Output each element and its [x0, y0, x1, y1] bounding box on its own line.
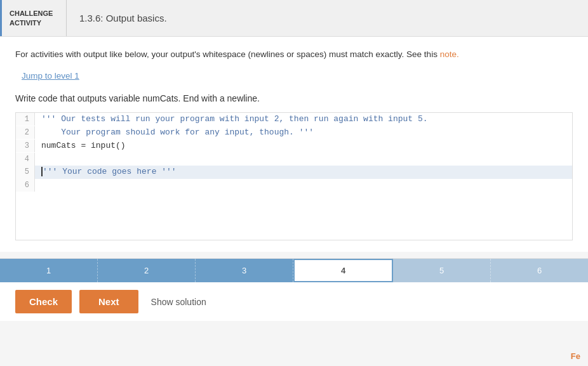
note-link[interactable]: note.: [440, 49, 459, 59]
line-content-6: [35, 179, 572, 192]
line-content-2: Your program should work for any input, …: [35, 126, 572, 140]
challenge-activity-label: CHALLENGE ACTIVITY: [10, 9, 53, 27]
main-content: For activities with output like below, y…: [0, 37, 588, 252]
code-line-4: 4: [16, 153, 572, 166]
line-number-6: 6: [16, 179, 35, 192]
line-number-1: 1: [16, 113, 35, 126]
code-line-5[interactable]: 5 ''' Your code goes here ''': [16, 166, 572, 179]
line-content-5: ''' Your code goes here ''': [35, 166, 572, 179]
header-bar: CHALLENGE ACTIVITY 1.3.6: Output basics.: [0, 0, 588, 37]
line-number-2: 2: [16, 126, 35, 139]
action-bar: Check Next Show solution: [0, 282, 588, 321]
level-4[interactable]: 4: [293, 259, 393, 282]
code-line-1: 1 ''' Our tests will run your program wi…: [16, 113, 572, 126]
footer-feedback: Fe: [571, 351, 580, 361]
info-text-before: For activities with output like below, y…: [15, 49, 440, 59]
info-text: For activities with output like below, y…: [15, 48, 573, 61]
level-1[interactable]: 1: [0, 259, 98, 282]
jump-to-level[interactable]: Jump to level 1: [22, 71, 573, 81]
page-title: 1.3.6: Output basics.: [67, 0, 180, 36]
editor-container[interactable]: 1 ''' Our tests will run your program wi…: [16, 113, 572, 240]
line-content-4: [35, 153, 572, 166]
line-content-1: ''' Our tests will run your program with…: [35, 113, 572, 126]
level-3[interactable]: 3: [196, 259, 293, 282]
show-solution-button[interactable]: Show solution: [146, 291, 211, 313]
code-line-3: 3 numCats = input(): [16, 140, 572, 153]
level-5[interactable]: 5: [393, 259, 491, 282]
check-button[interactable]: Check: [15, 290, 72, 313]
line-number-4: 4: [16, 153, 35, 166]
code-line-6: 6: [16, 179, 572, 192]
line-number-5: 5: [16, 166, 35, 178]
challenge-label: CHALLENGE ACTIVITY: [0, 0, 67, 36]
task-description: Write code that outputs variable numCats…: [15, 93, 573, 103]
line-content-3: numCats = input(): [35, 140, 572, 153]
next-button[interactable]: Next: [79, 290, 138, 313]
code-line-2: 2 Your program should work for any input…: [16, 126, 572, 140]
code-editor[interactable]: 1 ''' Our tests will run your program wi…: [15, 112, 573, 240]
level-bar: 1 2 3 4 5 6: [0, 258, 588, 282]
level-2[interactable]: 2: [98, 259, 196, 282]
line-number-3: 3: [16, 140, 35, 152]
level-6[interactable]: 6: [491, 259, 588, 282]
cursor: [41, 167, 43, 176]
